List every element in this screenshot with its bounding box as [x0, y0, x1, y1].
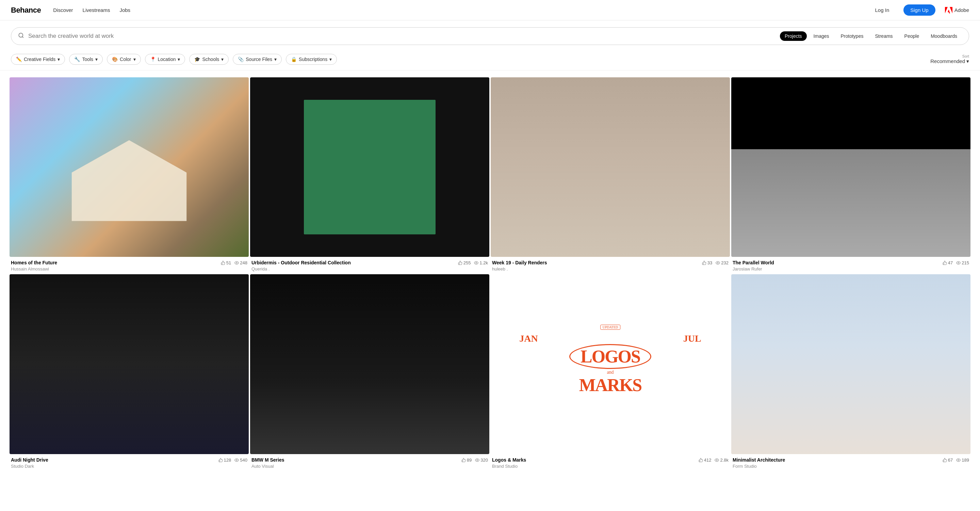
project-stats: 33 232 [702, 260, 729, 265]
filter-schools[interactable]: 🎓 Schools ▾ [189, 54, 229, 65]
project-title-wrap: Week 19 - Daily Renders huleeb . [492, 260, 702, 271]
like-icon [221, 260, 225, 265]
subscriptions-icon: 🔒 [291, 57, 297, 62]
source-files-chevron: ▾ [274, 57, 277, 62]
project-card[interactable]: JANJUL UPDATED LOGOS and MARKS Logos & M… [491, 274, 730, 470]
signup-button[interactable]: Sign Up [904, 5, 935, 16]
views-stat: 189 [956, 458, 969, 463]
project-thumbnail [731, 77, 970, 257]
project-card[interactable]: Minimalist Architecture Form Studio 67 1… [731, 274, 970, 470]
project-title-wrap: Homes of the Future Hussain Almossawi [11, 260, 221, 271]
project-info: Urbidermis - Outdoor Residential Collect… [250, 257, 489, 273]
search-input[interactable] [28, 33, 772, 40]
filter-tools[interactable]: 🔧 Tools ▾ [69, 54, 103, 65]
like-icon [461, 458, 466, 462]
location-icon: 📍 [150, 57, 156, 62]
color-icon: 🎨 [112, 57, 118, 62]
creative-fields-icon: ✏️ [16, 57, 22, 62]
project-card[interactable]: Week 19 - Daily Renders huleeb . 33 232 [491, 77, 730, 273]
project-card[interactable]: The Parallel World Jaroslaw Rufer 47 215 [731, 77, 970, 273]
project-thumbnail: JANJUL UPDATED LOGOS and MARKS [491, 274, 730, 454]
project-info: BMW M Series Auto Visual 89 320 [250, 454, 489, 470]
project-title: Homes of the Future [11, 260, 221, 266]
svg-point-6 [236, 460, 237, 461]
like-icon [943, 458, 947, 462]
svg-point-9 [958, 460, 959, 461]
views-stat: 540 [234, 458, 247, 463]
tab-streams[interactable]: Streams [870, 31, 897, 41]
project-info: Logos & Marks Brand Studio 412 2.8k [491, 454, 730, 470]
nav-jobs[interactable]: Jobs [119, 7, 130, 13]
project-thumbnail [731, 274, 970, 454]
nav-discover[interactable]: Discover [53, 7, 73, 13]
project-title: Urbidermis - Outdoor Residential Collect… [251, 260, 458, 266]
tab-images[interactable]: Images [809, 31, 834, 41]
adobe-icon [945, 6, 953, 14]
eye-icon [956, 260, 961, 265]
schools-icon: 🎓 [194, 57, 200, 62]
adobe-logo: Adobe [945, 6, 969, 14]
eye-icon [234, 458, 239, 462]
project-stats: 89 320 [461, 457, 488, 463]
project-card[interactable]: Homes of the Future Hussain Almossawi 51… [10, 77, 249, 273]
project-title: The Parallel World [733, 260, 943, 266]
project-title: Logos & Marks [492, 457, 698, 463]
tools-chevron: ▾ [95, 57, 98, 62]
project-stats: 47 215 [943, 260, 969, 265]
tab-moodboards[interactable]: Moodboards [926, 31, 962, 41]
source-files-icon: 📎 [238, 57, 243, 62]
filter-subscriptions[interactable]: 🔒 Subscriptions ▾ [286, 54, 337, 65]
location-chevron: ▾ [178, 57, 180, 62]
views-stat: 215 [956, 260, 969, 265]
project-card[interactable]: Urbidermis - Outdoor Residential Collect… [250, 77, 489, 273]
eye-icon [475, 458, 479, 462]
color-label: Color [120, 57, 131, 62]
views-stat: 1.2k [474, 260, 488, 265]
project-card[interactable]: BMW M Series Auto Visual 89 320 [250, 274, 489, 470]
project-author: Studio Dark [11, 464, 218, 469]
project-title: Week 19 - Daily Renders [492, 260, 702, 266]
likes-stat: 33 [702, 260, 712, 265]
likes-stat: 47 [943, 260, 953, 265]
tab-people[interactable]: People [900, 31, 924, 41]
project-author: Jaroslaw Rufer [733, 267, 943, 271]
search-icon [18, 32, 24, 40]
project-title-wrap: Logos & Marks Brand Studio [492, 457, 698, 469]
project-author: Hussain Almossawi [11, 267, 221, 271]
project-title-wrap: The Parallel World Jaroslaw Rufer [733, 260, 943, 271]
tab-projects[interactable]: Projects [780, 31, 807, 41]
svg-line-1 [22, 37, 23, 37]
like-icon [458, 260, 463, 265]
filter-location[interactable]: 📍 Location ▾ [145, 54, 185, 65]
brand-logo[interactable]: Behance [11, 6, 41, 14]
project-title-wrap: Audi Night Drive Studio Dark [11, 457, 218, 469]
project-stats: 412 2.8k [698, 457, 729, 463]
project-stats: 128 540 [218, 457, 247, 463]
project-card[interactable]: Audi Night Drive Studio Dark 128 540 [10, 274, 249, 470]
project-author: Form Studio [733, 464, 943, 469]
svg-point-8 [716, 460, 717, 461]
project-info: Minimalist Architecture Form Studio 67 1… [731, 454, 970, 470]
projects-grid: Homes of the Future Hussain Almossawi 51… [0, 70, 980, 477]
adobe-label: Adobe [955, 7, 969, 13]
project-title: Audi Night Drive [11, 457, 218, 463]
filter-color[interactable]: 🎨 Color ▾ [107, 54, 140, 65]
filter-source-files[interactable]: 📎 Source Files ▾ [233, 54, 282, 65]
login-button[interactable]: Log In [870, 5, 894, 15]
eye-icon [234, 260, 239, 265]
like-icon [702, 260, 706, 265]
project-author: Auto Visual [251, 464, 461, 469]
tab-prototypes[interactable]: Prototypes [836, 31, 869, 41]
creative-fields-chevron: ▾ [57, 57, 60, 62]
search-tabs: Projects Images Prototypes Streams Peopl… [780, 31, 962, 41]
sort-value: Recommended ▾ [930, 58, 969, 64]
filter-creative-fields[interactable]: ✏️ Creative Fields ▾ [11, 54, 65, 65]
eye-icon [716, 260, 720, 265]
sort-chevron: ▾ [966, 58, 969, 64]
eye-icon [714, 458, 719, 462]
sort-dropdown[interactable]: Sort Recommended ▾ [930, 54, 969, 64]
nav-livestreams[interactable]: Livestreams [83, 7, 110, 13]
color-chevron: ▾ [134, 57, 136, 62]
project-author: Brand Studio [492, 464, 698, 469]
location-label: Location [158, 57, 176, 62]
